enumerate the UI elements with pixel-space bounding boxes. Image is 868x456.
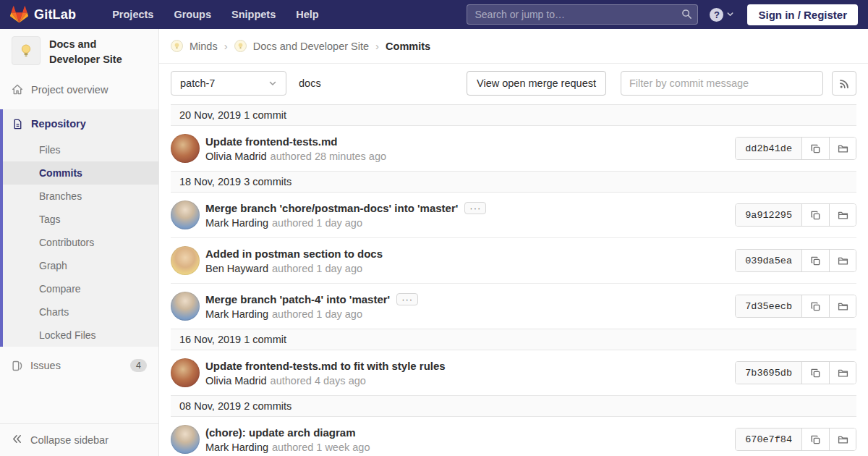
date-header: 20 Nov, 2019 1 commit bbox=[171, 104, 856, 126]
sidebar-item-branches[interactable]: Branches bbox=[3, 185, 158, 208]
nav-link-projects[interactable]: Projects bbox=[112, 9, 153, 20]
sidebar-item-graph[interactable]: Graph bbox=[3, 254, 158, 277]
repository-submenu: Files Commits Branches Tags Contributors… bbox=[3, 138, 158, 347]
search-input[interactable] bbox=[467, 4, 698, 25]
commit-author-link[interactable]: Ben Hayward bbox=[205, 263, 268, 274]
search-icon bbox=[681, 9, 692, 22]
sidebar-item-issues[interactable]: Issues 4 bbox=[0, 351, 158, 380]
commit-title-link[interactable]: Update frontend-tests.md to fit with sty… bbox=[205, 360, 446, 372]
sidebar-item-compare[interactable]: Compare bbox=[3, 277, 158, 300]
browse-files-button[interactable] bbox=[829, 428, 856, 450]
sidebar-section-repository: Repository Files Commits Branches Tags C… bbox=[0, 109, 158, 347]
breadcrumb-item-project[interactable]: Docs and Developer Site bbox=[253, 41, 369, 52]
collapse-sidebar-button[interactable]: Collapse sidebar bbox=[0, 423, 158, 456]
commit-title-link[interactable]: Update frontend-tests.md bbox=[205, 135, 338, 148]
folder-icon bbox=[838, 368, 848, 379]
sidebar-item-repository[interactable]: Repository bbox=[3, 109, 158, 138]
browse-files-button[interactable] bbox=[829, 250, 856, 271]
document-icon bbox=[12, 119, 23, 130]
browse-files-button[interactable] bbox=[829, 204, 856, 226]
branch-selector-value: patch-7 bbox=[180, 77, 215, 89]
browse-files-button[interactable] bbox=[829, 295, 856, 317]
commit-sha-group: dd2b41de bbox=[735, 137, 856, 160]
commit-title-link[interactable]: Merge branch 'chore/postman-docs' into '… bbox=[205, 202, 458, 214]
nav-link-help[interactable]: Help bbox=[296, 9, 318, 20]
sidebar-item-charts[interactable]: Charts bbox=[3, 300, 158, 324]
help-icon: ? bbox=[710, 8, 723, 22]
help-menu[interactable]: ? bbox=[710, 8, 734, 22]
commit-row: Merge branch 'patch-4' into 'master'···M… bbox=[171, 284, 856, 329]
commit-sha-group: 039da5ea bbox=[735, 249, 856, 272]
chevron-down-icon bbox=[268, 79, 277, 88]
copy-sha-button[interactable] bbox=[802, 250, 829, 271]
folder-icon bbox=[838, 434, 848, 445]
project-header[interactable]: Docs and Developer Site bbox=[0, 29, 158, 76]
commit-author-link[interactable]: Mark Harding bbox=[205, 217, 268, 229]
sign-in-button[interactable]: Sign in / Register bbox=[747, 4, 858, 25]
commit-info: Merge branch 'patch-4' into 'master'···M… bbox=[205, 293, 418, 320]
sidebar-item-commits[interactable]: Commits bbox=[3, 161, 158, 185]
commit-meta: authored 1 day ago bbox=[272, 263, 362, 274]
gitlab-logo-icon bbox=[10, 6, 28, 24]
breadcrumb-item-group[interactable]: Minds bbox=[190, 41, 218, 52]
date-header: 08 Nov, 2019 2 commits bbox=[171, 395, 856, 417]
commit-info: (chore): update arch diagramMark Harding… bbox=[205, 426, 370, 453]
commit-list: 20 Nov, 2019 1 commitUpdate frontend-tes… bbox=[159, 103, 868, 456]
commit-author-link[interactable]: Olivia Madrid bbox=[205, 375, 267, 387]
commit-title-link[interactable]: Merge branch 'patch-4' into 'master' bbox=[205, 293, 390, 305]
copy-sha-button[interactable] bbox=[802, 138, 829, 159]
copy-icon bbox=[810, 301, 821, 312]
commit-meta: authored 1 day ago bbox=[272, 217, 362, 229]
commit-sha-label: dd2b41de bbox=[736, 138, 802, 159]
rss-feed-button[interactable] bbox=[832, 71, 856, 96]
commit-author-link[interactable]: Olivia Madrid bbox=[205, 151, 267, 162]
copy-sha-button[interactable] bbox=[802, 204, 829, 226]
home-icon bbox=[12, 84, 23, 96]
avatar bbox=[171, 246, 200, 275]
main-content: Minds › Docs and Developer Site › Commit… bbox=[159, 29, 868, 456]
copy-icon bbox=[810, 368, 821, 379]
copy-sha-button[interactable] bbox=[802, 295, 829, 317]
collapse-label: Collapse sidebar bbox=[30, 434, 109, 446]
copy-sha-button[interactable] bbox=[802, 428, 829, 450]
copy-icon bbox=[810, 256, 821, 266]
breadcrumb-project-avatar bbox=[234, 40, 247, 52]
commit-sha-group: 7b3695db bbox=[735, 361, 856, 384]
sidebar-item-contributors[interactable]: Contributors bbox=[3, 231, 158, 254]
commit-author-link[interactable]: Mark Harding bbox=[205, 308, 268, 320]
sidebar-item-project-overview[interactable]: Project overview bbox=[0, 76, 158, 104]
commit-title-line: Merge branch 'chore/postman-docs' into '… bbox=[205, 202, 486, 214]
nav-link-snippets[interactable]: Snippets bbox=[231, 9, 276, 20]
commit-info: Merge branch 'chore/postman-docs' into '… bbox=[205, 202, 486, 229]
commit-title-line: Update frontend-tests.md bbox=[205, 135, 386, 148]
browse-files-button[interactable] bbox=[829, 138, 856, 159]
project-title: Docs and Developer Site bbox=[49, 36, 147, 67]
branch-selector[interactable]: patch-7 bbox=[171, 71, 286, 96]
sidebar-item-tags[interactable]: Tags bbox=[3, 208, 158, 231]
nav-link-groups[interactable]: Groups bbox=[174, 9, 211, 20]
sidebar-item-locked-files[interactable]: Locked Files bbox=[3, 324, 158, 347]
commit-expand-button[interactable]: ··· bbox=[464, 202, 486, 214]
copy-sha-button[interactable] bbox=[802, 362, 829, 384]
commit-title-link[interactable]: Added in postman section to docs bbox=[205, 248, 383, 260]
commit-author-link[interactable]: Mark Harding bbox=[205, 442, 268, 453]
commit-filter-input[interactable] bbox=[621, 71, 823, 96]
commit-meta: authored 4 days ago bbox=[271, 375, 366, 387]
commit-meta: authored 28 minutes ago bbox=[271, 151, 386, 162]
commit-title-link[interactable]: (chore): update arch diagram bbox=[205, 426, 356, 439]
commit-expand-button[interactable]: ··· bbox=[396, 293, 418, 305]
view-merge-request-button[interactable]: View open merge request bbox=[467, 71, 606, 96]
folder-icon bbox=[838, 143, 848, 154]
sidebar-item-files[interactable]: Files bbox=[3, 138, 158, 161]
breadcrumb-current: Commits bbox=[386, 41, 430, 52]
commit-sha-group: 670e7f84 bbox=[735, 428, 856, 451]
breadcrumb: Minds › Docs and Developer Site › Commit… bbox=[159, 29, 868, 64]
browse-files-button[interactable] bbox=[829, 362, 856, 384]
global-search bbox=[467, 4, 698, 25]
avatar bbox=[171, 134, 200, 163]
gitlab-brand[interactable]: GitLab bbox=[10, 6, 76, 24]
commit-sha-label: 7d35eecb bbox=[736, 295, 802, 317]
commit-sha-label: 039da5ea bbox=[736, 250, 802, 271]
copy-icon bbox=[810, 434, 821, 445]
commit-title-line: Update frontend-tests.md to fit with sty… bbox=[205, 360, 446, 372]
